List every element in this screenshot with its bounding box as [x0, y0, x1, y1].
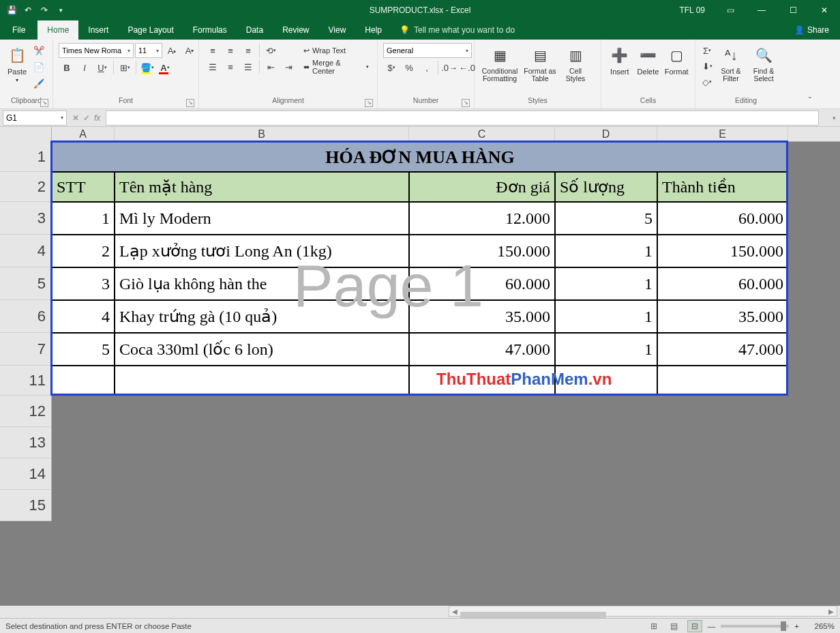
- row-header-4[interactable]: 4: [0, 235, 52, 267]
- number-launcher-icon[interactable]: ↘: [462, 99, 470, 107]
- number-format-combo[interactable]: General▾: [383, 43, 472, 58]
- cancel-formula-icon[interactable]: ✕: [72, 113, 79, 123]
- tab-page-layout[interactable]: Page Layout: [118, 20, 183, 40]
- cell-name-3[interactable]: Khay trứng gà (10 quả): [115, 300, 409, 333]
- row-header-5[interactable]: 5: [0, 267, 52, 300]
- save-icon[interactable]: 💾: [4, 3, 19, 18]
- cell-styles-button[interactable]: ▥Cell Styles: [559, 43, 592, 84]
- row-header-13[interactable]: 13: [0, 427, 52, 458]
- sort-filter-button[interactable]: ᴬ↓Sort & Filter: [715, 43, 747, 84]
- cell-stt-1[interactable]: 2: [52, 235, 115, 267]
- cell-header-total[interactable]: Thành tiền: [657, 172, 788, 202]
- paste-button[interactable]: 📋 Paste ▾: [3, 43, 31, 85]
- cell-header-qty[interactable]: Số lượng: [555, 172, 657, 202]
- cell-stt-3[interactable]: 4: [52, 300, 115, 333]
- autosum-icon[interactable]: Σ▾: [700, 43, 715, 58]
- ribbon-options-icon[interactable]: ▭: [715, 0, 746, 20]
- cell-price-4[interactable]: 47.000: [409, 333, 555, 366]
- cell-total-2[interactable]: 60.000: [657, 267, 788, 300]
- increase-decimal-icon[interactable]: .0→: [441, 60, 457, 75]
- cell-total-1[interactable]: 150.000: [657, 235, 788, 267]
- zoom-out-icon[interactable]: —: [708, 622, 716, 630]
- wrap-text-button[interactable]: ↩Wrap Text: [301, 43, 372, 58]
- column-header-A[interactable]: A: [52, 127, 115, 142]
- cell-price-1[interactable]: 150.000: [409, 235, 555, 267]
- cell-price-2[interactable]: 60.000: [409, 267, 555, 300]
- underline-button[interactable]: U▾: [94, 60, 110, 75]
- row-header-1[interactable]: 1: [0, 142, 52, 172]
- row-header-3[interactable]: 3: [0, 202, 52, 235]
- name-box[interactable]: G1▾: [3, 111, 67, 126]
- share-button[interactable]: 👤 Share: [783, 20, 840, 40]
- zoom-slider[interactable]: [721, 625, 789, 628]
- cell-price-0[interactable]: 12.000: [409, 202, 555, 235]
- scroll-left-icon[interactable]: ◀: [449, 608, 460, 615]
- cell-header-price[interactable]: Đơn giá: [409, 172, 555, 202]
- undo-icon[interactable]: ↶: [20, 3, 35, 18]
- cell-qty-2[interactable]: 1: [555, 267, 657, 300]
- font-size-combo[interactable]: 11▾: [135, 43, 162, 58]
- cell-row11-D[interactable]: [555, 366, 657, 396]
- align-right-icon[interactable]: ☰: [240, 59, 256, 74]
- font-name-combo[interactable]: Times New Roma▾: [59, 43, 134, 58]
- copy-icon[interactable]: 📄: [31, 59, 46, 74]
- format-as-table-button[interactable]: ▤Format as Table: [521, 43, 559, 84]
- tab-insert[interactable]: Insert: [78, 20, 118, 40]
- insert-cells-button[interactable]: ➕Insert: [605, 43, 634, 77]
- decrease-font-icon[interactable]: A▾: [181, 43, 198, 58]
- cell-stt-0[interactable]: 1: [52, 202, 115, 235]
- bold-button[interactable]: B: [59, 60, 75, 75]
- merge-center-button[interactable]: ⬌Merge & Center▾: [301, 59, 372, 74]
- collapse-ribbon-icon[interactable]: ˇ: [809, 95, 811, 106]
- expand-formula-icon[interactable]: ▾: [832, 115, 836, 121]
- increase-font-icon[interactable]: A▴: [164, 43, 180, 58]
- tell-me-search[interactable]: 💡 Tell me what you want to do: [391, 20, 523, 40]
- cell-qty-1[interactable]: 1: [555, 235, 657, 267]
- align-left-icon[interactable]: ☰: [205, 59, 221, 74]
- format-painter-icon[interactable]: 🖌️: [31, 76, 46, 91]
- comma-format-icon[interactable]: ,: [419, 60, 435, 75]
- decrease-indent-icon[interactable]: ⇤: [262, 59, 279, 74]
- clipboard-launcher-icon[interactable]: ↘: [40, 99, 48, 107]
- cell-name-2[interactable]: Giò lụa không hàn the: [115, 267, 409, 300]
- italic-button[interactable]: I: [76, 60, 93, 75]
- border-button[interactable]: ⊞▾: [117, 60, 133, 75]
- cell-row11-B[interactable]: [115, 366, 409, 396]
- decrease-decimal-icon[interactable]: ←.0: [459, 60, 475, 75]
- cell-row11-E[interactable]: [657, 366, 788, 396]
- align-middle-icon[interactable]: ≡: [222, 43, 239, 58]
- cell-header-stt[interactable]: STT: [52, 172, 115, 202]
- column-header-C[interactable]: C: [409, 127, 555, 142]
- row-header-14[interactable]: 14: [0, 458, 52, 490]
- cell-name-1[interactable]: Lạp xưởng tươi Long An (1kg): [115, 235, 409, 267]
- qat-customize-icon[interactable]: ▾: [53, 3, 68, 18]
- tab-file[interactable]: File: [0, 20, 38, 40]
- cell-total-0[interactable]: 60.000: [657, 202, 788, 235]
- cell-header-name[interactable]: Tên mặt hàng: [115, 172, 409, 202]
- row-header-15[interactable]: 15: [0, 490, 52, 521]
- conditional-formatting-button[interactable]: ▦Conditional Formatting: [479, 43, 521, 84]
- row-header-2[interactable]: 2: [0, 172, 52, 202]
- alignment-launcher-icon[interactable]: ↘: [365, 99, 373, 107]
- align-bottom-icon[interactable]: ≡: [240, 43, 256, 58]
- fill-color-button[interactable]: 🪣▾: [139, 60, 155, 75]
- cell-stt-4[interactable]: 5: [52, 333, 115, 366]
- cell-qty-3[interactable]: 1: [555, 300, 657, 333]
- delete-cells-button[interactable]: ➖Delete: [634, 43, 663, 77]
- zoom-in-icon[interactable]: +: [794, 622, 799, 630]
- column-header-B[interactable]: B: [115, 127, 409, 142]
- row-header-6[interactable]: 6: [0, 300, 52, 333]
- tab-help[interactable]: Help: [355, 20, 391, 40]
- page-break-view-icon[interactable]: ⊟: [687, 620, 702, 632]
- cell-total-4[interactable]: 47.000: [657, 333, 788, 366]
- page-layout-view-icon[interactable]: ▤: [667, 620, 682, 632]
- tab-home[interactable]: Home: [38, 20, 78, 40]
- cell-qty-4[interactable]: 1: [555, 333, 657, 366]
- orientation-icon[interactable]: ⟲▾: [262, 43, 279, 58]
- cell-title[interactable]: HÓA ĐƠN MUA HÀNG: [52, 142, 788, 172]
- increase-indent-icon[interactable]: ⇥: [280, 59, 297, 74]
- column-header-E[interactable]: E: [657, 127, 788, 142]
- formula-input[interactable]: [106, 111, 819, 126]
- tab-formulas[interactable]: Formulas: [183, 20, 237, 40]
- cell-row11-A[interactable]: [52, 366, 115, 396]
